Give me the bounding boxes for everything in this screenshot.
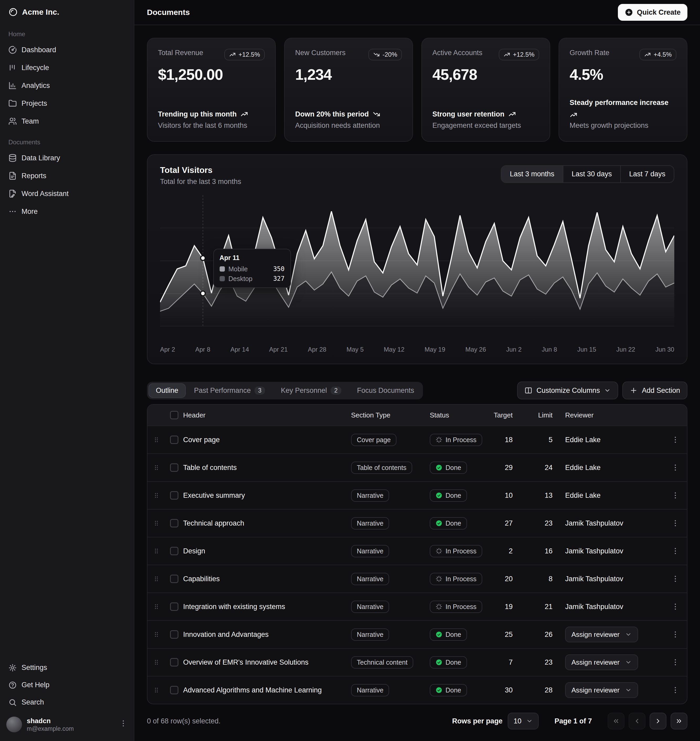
user-more-icon[interactable] <box>119 719 128 730</box>
limit-cell[interactable]: 28 <box>525 686 565 694</box>
customize-columns-button[interactable]: Customize Columns <box>517 382 618 399</box>
ellipsis-vertical-icon <box>671 491 679 500</box>
limit-cell[interactable]: 16 <box>525 547 565 555</box>
sidebar-item-analytics[interactable]: Analytics <box>4 77 129 94</box>
target-cell[interactable]: 7 <box>488 658 525 666</box>
tab-outline[interactable]: Outline <box>149 383 186 398</box>
next-page-button[interactable] <box>650 713 666 729</box>
limit-cell[interactable]: 21 <box>525 603 565 611</box>
row-checkbox[interactable] <box>170 686 178 694</box>
row-header-link[interactable]: Innovation and Advantages <box>183 631 351 639</box>
first-page-button[interactable] <box>607 713 624 729</box>
drag-handle-icon[interactable] <box>153 492 160 499</box>
drag-handle-icon[interactable] <box>153 603 160 610</box>
row-checkbox[interactable] <box>170 547 178 555</box>
row-header-link[interactable]: Overview of EMR's Innovative Solutions <box>183 658 351 666</box>
user-menu[interactable]: shadcn m@example.com <box>0 712 134 739</box>
limit-cell[interactable]: 13 <box>525 491 565 500</box>
rows-per-page-select[interactable]: 10 <box>508 713 539 729</box>
row-header-link[interactable]: Capabilities <box>183 575 351 583</box>
target-cell[interactable]: 2 <box>488 547 525 555</box>
target-cell[interactable]: 18 <box>488 436 525 444</box>
target-cell[interactable]: 30 <box>488 686 525 694</box>
limit-cell[interactable]: 8 <box>525 575 565 583</box>
limit-cell[interactable]: 24 <box>525 464 565 472</box>
sidebar-item-reports[interactable]: Reports <box>4 168 129 184</box>
quick-create-button[interactable]: Quick Create <box>618 4 687 21</box>
sidebar-item-dashboard[interactable]: Dashboard <box>4 41 129 58</box>
row-actions-button[interactable] <box>669 461 682 474</box>
assign-reviewer-select[interactable]: Assign reviewer <box>565 654 638 670</box>
row-checkbox[interactable] <box>170 435 178 444</box>
tab-focus-documents[interactable]: Focus Documents <box>350 383 422 398</box>
acme-logo-icon <box>9 7 18 17</box>
range-last-7-days[interactable]: Last 7 days <box>620 166 674 182</box>
drag-handle-icon[interactable] <box>153 631 160 638</box>
row-actions-button[interactable] <box>669 628 682 641</box>
sidebar-item-projects[interactable]: Projects <box>4 95 129 112</box>
sidebar-item-data-library[interactable]: Data Library <box>4 150 129 166</box>
row-checkbox[interactable] <box>170 603 178 611</box>
section-type-badge: Technical content <box>351 656 413 669</box>
target-cell[interactable]: 20 <box>488 575 525 583</box>
row-checkbox[interactable] <box>170 519 178 528</box>
target-cell[interactable]: 19 <box>488 603 525 611</box>
limit-cell[interactable]: 23 <box>525 658 565 666</box>
tab-key-personnel[interactable]: Key Personnel2 <box>274 383 349 398</box>
tab-past-performance[interactable]: Past Performance3 <box>187 383 273 398</box>
drag-handle-icon[interactable] <box>153 575 160 582</box>
sidebar-item-lifecycle[interactable]: Lifecycle <box>4 59 129 76</box>
target-cell[interactable]: 29 <box>488 464 525 472</box>
row-checkbox[interactable] <box>170 658 178 666</box>
assign-reviewer-select[interactable]: Assign reviewer <box>565 626 638 642</box>
range-last-30-days[interactable]: Last 30 days <box>563 166 620 182</box>
row-checkbox[interactable] <box>170 575 178 583</box>
row-header-link[interactable]: Integration with existing systems <box>183 603 351 611</box>
row-actions-button[interactable] <box>669 434 682 446</box>
sidebar-item-settings[interactable]: Settings <box>4 659 129 676</box>
row-header-link[interactable]: Technical approach <box>183 519 351 528</box>
add-section-button[interactable]: Add Section <box>622 382 687 399</box>
trending-up-icon <box>240 110 248 118</box>
row-actions-button[interactable] <box>669 573 682 585</box>
area-chart[interactable]: Apr 11 Mobile 350 Desktop 327 <box>160 195 674 342</box>
row-header-link[interactable]: Design <box>183 547 351 555</box>
drag-handle-icon[interactable] <box>153 547 160 555</box>
range-last-3-months[interactable]: Last 3 months <box>501 166 563 182</box>
select-all-checkbox[interactable] <box>170 411 178 419</box>
row-header-link[interactable]: Table of contents <box>183 464 351 472</box>
sidebar-item-get-help[interactable]: Get Help <box>4 677 129 694</box>
drag-handle-icon[interactable] <box>153 519 160 527</box>
limit-cell[interactable]: 5 <box>525 436 565 444</box>
row-actions-button[interactable] <box>669 656 682 669</box>
drag-handle-icon[interactable] <box>153 464 160 471</box>
limit-cell[interactable]: 26 <box>525 631 565 639</box>
row-header-link[interactable]: Executive summary <box>183 491 351 500</box>
ellipsis-vertical-icon <box>671 463 679 472</box>
sidebar-item-more[interactable]: More <box>4 203 129 220</box>
row-checkbox[interactable] <box>170 491 178 500</box>
target-cell[interactable]: 27 <box>488 519 525 528</box>
row-checkbox[interactable] <box>170 630 178 639</box>
limit-cell[interactable]: 23 <box>525 519 565 528</box>
target-cell[interactable]: 25 <box>488 631 525 639</box>
last-page-button[interactable] <box>671 713 687 729</box>
row-actions-button[interactable] <box>669 600 682 613</box>
sidebar-item-word-assistant[interactable]: Word Assistant <box>4 185 129 202</box>
row-actions-button[interactable] <box>669 489 682 502</box>
sidebar-item-team[interactable]: Team <box>4 113 129 129</box>
drag-handle-icon[interactable] <box>153 436 160 444</box>
previous-page-button[interactable] <box>629 713 646 729</box>
drag-handle-icon[interactable] <box>153 659 160 666</box>
row-header-link[interactable]: Advanced Algorithms and Machine Learning <box>183 686 351 694</box>
assign-reviewer-select[interactable]: Assign reviewer <box>565 682 638 698</box>
target-cell[interactable]: 10 <box>488 491 525 500</box>
sidebar-item-search[interactable]: Search <box>4 694 129 711</box>
row-actions-button[interactable] <box>669 517 682 529</box>
drag-handle-icon[interactable] <box>153 687 160 694</box>
row-actions-button[interactable] <box>669 684 682 696</box>
row-checkbox[interactable] <box>170 463 178 472</box>
brand[interactable]: Acme Inc. <box>0 0 134 22</box>
row-actions-button[interactable] <box>669 545 682 557</box>
row-header-link[interactable]: Cover page <box>183 436 351 444</box>
